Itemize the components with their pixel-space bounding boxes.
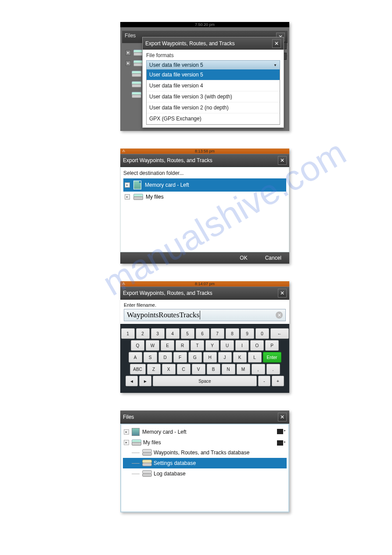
key-enter[interactable]: Enter bbox=[263, 352, 281, 363]
action-icon[interactable] bbox=[277, 429, 283, 434]
key-j[interactable]: J bbox=[218, 352, 232, 363]
selected-value: User data file version 5 bbox=[149, 62, 203, 68]
formats-label: File formats bbox=[146, 52, 280, 58]
key-b[interactable]: B bbox=[207, 364, 220, 374]
files-title: Files bbox=[125, 33, 136, 41]
key-←[interactable]: ← bbox=[270, 328, 289, 339]
key-x[interactable]: X bbox=[162, 364, 176, 374]
key-w[interactable]: W bbox=[146, 340, 159, 351]
key-e[interactable]: E bbox=[161, 340, 174, 351]
file-row[interactable]: Settings database bbox=[123, 458, 287, 468]
file-row[interactable]: Log database bbox=[123, 468, 287, 479]
key--[interactable]: - bbox=[258, 376, 270, 386]
expand-icon[interactable]: ▸ bbox=[125, 194, 130, 200]
tree-line bbox=[132, 453, 140, 453]
key-r[interactable]: R bbox=[176, 340, 189, 351]
format-select[interactable]: User data file version 5 ▼ bbox=[146, 60, 280, 70]
key-5[interactable]: 5 bbox=[181, 328, 194, 339]
key-3[interactable]: 3 bbox=[151, 328, 165, 339]
clear-icon[interactable]: ✕ bbox=[276, 312, 283, 319]
cancel-button[interactable]: Cancel bbox=[265, 255, 281, 261]
key-u[interactable]: U bbox=[220, 340, 234, 351]
key-9[interactable]: 9 bbox=[241, 328, 254, 339]
key-0[interactable]: 0 bbox=[255, 328, 269, 339]
key-6[interactable]: 6 bbox=[196, 328, 209, 339]
key-n[interactable]: N bbox=[222, 364, 235, 374]
key-p[interactable]: P bbox=[265, 340, 279, 351]
sd-card-icon bbox=[133, 181, 141, 189]
file-row[interactable]: Waypoints, Routes, and Tracks database bbox=[123, 447, 287, 458]
key-,[interactable]: , bbox=[252, 364, 265, 374]
expand-icon[interactable]: ▸ bbox=[125, 182, 130, 188]
key-o[interactable]: O bbox=[250, 340, 264, 351]
key-d[interactable]: D bbox=[158, 352, 172, 363]
expand-icon[interactable]: ▸ bbox=[124, 440, 129, 445]
key-k[interactable]: K bbox=[233, 352, 247, 363]
key-z[interactable]: Z bbox=[147, 364, 161, 374]
disk-icon bbox=[132, 439, 140, 446]
format-dropdown: User data file version 5 User data file … bbox=[146, 69, 280, 125]
key-◄[interactable]: ◄ bbox=[126, 376, 138, 386]
format-option[interactable]: User data file version 2 (no depth) bbox=[147, 102, 280, 113]
key-q[interactable]: Q bbox=[131, 340, 144, 351]
key-m[interactable]: M bbox=[237, 364, 250, 374]
file-label: Memory card - Left bbox=[142, 429, 187, 435]
tree-line bbox=[132, 474, 140, 474]
key-f[interactable]: F bbox=[173, 352, 187, 363]
key-i[interactable]: I bbox=[235, 340, 249, 351]
key-y[interactable]: Y bbox=[205, 340, 219, 351]
filename-value: WaypointsRoutesTracks bbox=[127, 311, 200, 319]
folder-row[interactable]: ▸ My files bbox=[123, 192, 286, 202]
key-g[interactable]: G bbox=[188, 352, 202, 363]
format-option[interactable]: User data file version 4 bbox=[147, 80, 280, 91]
settings-db-icon bbox=[142, 460, 151, 467]
statusbar: 8:13:58 pm bbox=[120, 149, 289, 154]
button-bar: OK Cancel bbox=[120, 252, 289, 264]
key-h[interactable]: H bbox=[203, 352, 217, 363]
close-icon[interactable]: ✕ bbox=[278, 289, 287, 297]
panel-export-formats: 7:50:20 pm Files ✕ ▸Me ▸My Se Log Export… bbox=[120, 22, 289, 131]
expand-icon[interactable]: ▸ bbox=[124, 429, 129, 435]
panel-files-list: Files ✕ ▸Memory card - Left▸My filesWayp… bbox=[120, 410, 289, 512]
title: Export Waypoints, Routes, and Tracks bbox=[123, 290, 212, 296]
statusbar: 8:14:07 pm bbox=[120, 281, 289, 287]
database-icon bbox=[142, 470, 151, 477]
file-label: Waypoints, Routes, and Tracks database bbox=[154, 450, 249, 456]
filename-input[interactable]: WaypointsRoutesTracks ✕ bbox=[124, 309, 286, 321]
close-icon[interactable]: ✕ bbox=[278, 156, 287, 165]
ok-button[interactable]: OK bbox=[240, 255, 247, 261]
file-row[interactable]: ▸My files bbox=[123, 438, 287, 447]
key-abc[interactable]: ABC bbox=[130, 364, 146, 374]
database-icon bbox=[142, 449, 151, 456]
modal-title: Export Waypoints, Routes, and Tracks bbox=[145, 40, 235, 47]
action-icon[interactable] bbox=[277, 440, 283, 446]
key-space[interactable]: Space bbox=[153, 376, 257, 386]
key-t[interactable]: T bbox=[191, 340, 204, 351]
file-row[interactable]: ▸Memory card - Left bbox=[123, 426, 287, 438]
close-icon[interactable]: ✕ bbox=[272, 39, 281, 48]
key-.[interactable]: . bbox=[266, 364, 280, 374]
key-8[interactable]: 8 bbox=[226, 328, 239, 339]
key-►[interactable]: ► bbox=[139, 376, 151, 386]
key-a[interactable]: A bbox=[129, 352, 142, 363]
format-option[interactable]: User data file version 3 (with depth) bbox=[147, 91, 280, 102]
key-s[interactable]: S bbox=[144, 352, 157, 363]
key-2[interactable]: 2 bbox=[136, 328, 150, 339]
modal-titlebar: Export Waypoints, Routes, and Tracks ✕ bbox=[143, 37, 284, 50]
key-1[interactable]: 1 bbox=[121, 328, 135, 339]
key-+[interactable]: + bbox=[272, 376, 284, 386]
key-c[interactable]: C bbox=[177, 364, 191, 374]
format-option[interactable]: GPX (GPS Exchange) bbox=[147, 113, 280, 124]
panel-filename: 8:14:07 pm Export Waypoints, Routes, and… bbox=[120, 281, 289, 393]
format-option[interactable]: User data file version 5 bbox=[147, 69, 280, 80]
key-4[interactable]: 4 bbox=[166, 328, 180, 339]
key-v[interactable]: V bbox=[192, 364, 205, 374]
close-icon[interactable]: ✕ bbox=[278, 413, 287, 421]
titlebar: Export Waypoints, Routes, and Tracks ✕ bbox=[120, 287, 289, 300]
key-7[interactable]: 7 bbox=[211, 328, 224, 339]
chevron-down-icon: ▼ bbox=[273, 63, 277, 67]
key-l[interactable]: L bbox=[248, 352, 262, 363]
destination-prompt: Select destination folder... bbox=[123, 170, 286, 176]
folder-row[interactable]: ▸ Memory card - Left bbox=[123, 178, 286, 192]
file-label: Log database bbox=[154, 471, 186, 477]
